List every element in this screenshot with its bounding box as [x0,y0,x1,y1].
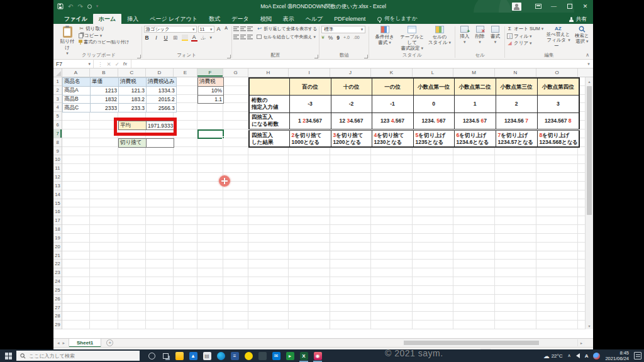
tab-PDFelement[interactable]: PDFelement [328,14,371,24]
align-top-icon[interactable] [233,26,239,31]
percent-style-icon[interactable]: % [328,35,333,41]
column-header-J[interactable]: J [330,69,371,77]
row-header-4[interactable]: 4 [53,103,62,112]
round-header-小数点第三位[interactable]: 小数点第三位 [496,78,537,96]
result-value-4[interactable]: 6を切り上げ1234.6となる [454,130,496,148]
tab-ヘルプ[interactable]: ヘルプ [300,14,329,24]
row-header-12[interactable]: 12 [53,173,62,182]
align-bottom-icon[interactable] [247,26,253,31]
cell-header-単価[interactable]: 単価 [91,78,119,87]
ime-indicator[interactable]: A [585,353,589,359]
cell-D2[interactable]: 1334.3 [147,86,177,95]
merge-center-button[interactable]: セルを結合して中央揃え▾ [257,34,316,41]
confirm-entry-icon[interactable]: ✓ [115,61,119,67]
row-header-8[interactable]: 8 [53,138,62,147]
round-header-小数点第一位[interactable]: 小数点第一位 [413,78,454,96]
result-value-0[interactable]: 2を切り捨て1000となる [289,130,331,148]
column-header-E[interactable]: E [174,69,197,77]
file-explorer-icon[interactable] [172,349,186,362]
scroll-right-icon[interactable]: ▸ [577,339,585,346]
grow-font-button[interactable]: A [216,26,222,33]
row-header-24[interactable]: 24 [53,277,62,286]
tell-me-assist[interactable]: 何をしますか [377,14,417,24]
round-header-小数点第四位[interactable]: 小数点第四位 [537,78,579,96]
round-header-十の位[interactable]: 十の位 [331,78,372,96]
number-value-4[interactable]: 1234.5 67 [454,112,496,130]
share-button[interactable]: 共有 [569,16,587,23]
average-row[interactable]: 平均 1971.9333 [118,121,175,130]
cell-D4[interactable]: 2566.3 [147,104,177,112]
number-value-5[interactable]: 1234.56 7 [496,112,537,130]
number-value-6[interactable]: 1234.567 8 [537,112,579,130]
format-as-table-button[interactable]: テーブルとして 書式設定▾ [399,26,426,52]
row-header-21[interactable]: 21 [53,251,62,260]
number-value-1[interactable]: 12 34.567 [331,112,372,130]
font-size-select[interactable]: 11▾ [198,26,214,33]
select-all-corner[interactable] [53,69,62,77]
row-label-numbers[interactable]: 四捨五入になる桁数 [249,112,289,130]
comma-style-icon[interactable]: 9 [336,35,340,41]
account-avatar[interactable] [512,3,521,11]
cell-A2[interactable]: 商品A [63,86,91,95]
cell-F3[interactable]: 1.1 [198,95,224,104]
tab-ページ レイアウト[interactable]: ページ レイアウト [144,14,203,24]
minimize-button[interactable]: — [546,0,562,13]
row-header-16[interactable]: 16 [53,207,62,216]
row-header-10[interactable]: 10 [53,155,62,164]
row-header-6[interactable]: 6 [53,121,62,129]
taskbar-search[interactable] [16,351,140,361]
user-sphere-icon[interactable] [593,353,600,359]
formula-bar-expand-icon[interactable]: ▾ [584,60,593,68]
document-app-icon[interactable]: ≡ [228,349,242,362]
font-color-button[interactable]: A [191,34,197,41]
row-header-27[interactable]: 27 [53,304,62,312]
round-header-小数点第二位[interactable]: 小数点第二位 [454,78,496,96]
tab-挿入[interactable]: 挿入 [121,14,144,24]
align-right-icon[interactable] [247,35,253,40]
column-header-A[interactable]: A [62,69,90,77]
yellow-app-icon[interactable] [242,349,255,362]
restore-button[interactable] [562,0,577,13]
font-dialog-launcher[interactable] [227,55,231,58]
round-header-百の位[interactable]: 百の位 [289,78,331,96]
number-value-0[interactable]: 1 234.567 [289,112,331,130]
result-value-3[interactable]: 5を切り上げ1235となる [413,130,454,148]
digit-value-5[interactable]: 2 [496,96,537,113]
column-header-H[interactable]: H [248,69,289,77]
cell-styles-button[interactable]: セルの スタイル▾ [426,26,453,52]
row-header-26[interactable]: 26 [53,295,62,304]
cell-C3[interactable]: 183.2 [119,95,147,104]
row-header-18[interactable]: 18 [53,225,62,234]
result-value-2[interactable]: 4を切り捨て1230となる [372,130,413,148]
hidden-icons-chevron[interactable]: ∧ [568,353,571,358]
row-header-9[interactable]: 9 [53,147,62,156]
row-label-digits[interactable]: 桁数の指定入力値 [249,96,289,113]
result-value-5[interactable]: 7を切り上げ1234.57となる [496,130,537,148]
selected-cell-F7[interactable] [197,129,224,139]
column-header-N[interactable]: N [495,69,536,77]
digit-value-3[interactable]: 0 [413,96,454,113]
number-dialog-launcher[interactable] [364,55,368,58]
fill-handle[interactable] [222,136,225,139]
cell-D8[interactable] [147,138,174,147]
tab-表示[interactable]: 表示 [277,14,300,24]
speaker-icon[interactable] [576,353,580,358]
number-value-3[interactable]: 1234. 567 [413,112,454,130]
digit-value-1[interactable]: -2 [331,96,372,113]
green-app-icon[interactable]: ▸ [283,349,297,362]
cells-area[interactable]: 商品名単価消費税消費税込み商品A1213121.31334.3商品B183218… [62,77,585,329]
row-header-15[interactable]: 15 [53,199,62,208]
decrease-decimal-icon[interactable]: .00 [353,35,360,41]
digit-value-0[interactable]: -3 [289,96,331,113]
shrink-font-button[interactable]: A [223,26,230,33]
cell-B2[interactable]: 1213 [91,86,119,95]
search-input[interactable] [29,353,130,359]
italic-button[interactable]: I [153,35,160,41]
vertical-scrollbar[interactable]: ▴ ▾ [585,77,593,329]
insert-function-icon[interactable]: fx [123,61,127,67]
font-name-select[interactable]: 游ゴシック▾ [144,26,197,33]
delete-cells-button[interactable]: ✕削除▾ [472,26,487,52]
row-header-14[interactable]: 14 [53,190,62,199]
insert-cells-button[interactable]: +挿入▾ [457,26,472,52]
copy-button[interactable]: コピー ▾ [79,33,140,40]
